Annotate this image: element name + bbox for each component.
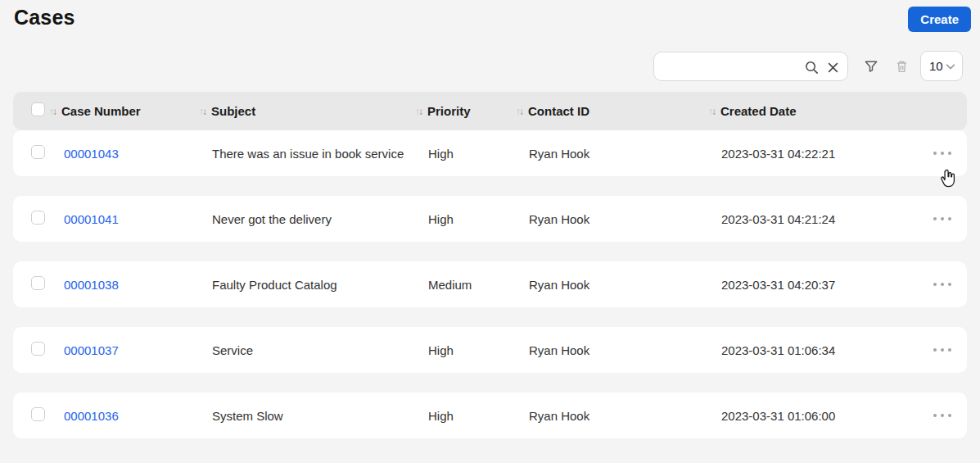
table-row: 00001043 There was an issue in book serv… [13, 130, 967, 176]
subject-cell: There was an issue in book service [199, 147, 415, 161]
filter-icon[interactable] [862, 57, 880, 75]
contact-id-cell: Ryan Hook [516, 278, 708, 292]
row-checkbox[interactable] [31, 342, 45, 356]
row-checkbox-cell [13, 276, 49, 293]
row-actions-menu-button[interactable] [928, 212, 956, 225]
row-actions-menu-button[interactable] [928, 147, 956, 160]
created-date-cell: 2023-03-31 04:21:24 [708, 212, 917, 226]
column-header[interactable]: Contact ID [516, 104, 708, 118]
page-title: Cases [14, 6, 75, 30]
column-header[interactable]: Case Number [49, 104, 199, 118]
sort-icon[interactable] [49, 107, 57, 116]
sort-icon[interactable] [516, 107, 524, 116]
table-header-row: Case Number Subject Priority Contact ID [13, 92, 967, 130]
table-row: 00001038 Faulty Product Catalog Medium R… [13, 261, 967, 307]
row-actions-menu-button[interactable] [928, 278, 956, 291]
row-checkbox[interactable] [31, 145, 45, 159]
menu-item[interactable]: Edit [0, 458, 980, 463]
row-checkbox[interactable] [31, 276, 45, 290]
column-header-label: Subject [211, 104, 255, 118]
search-input[interactable] [654, 52, 800, 80]
row-checkbox[interactable] [31, 407, 45, 421]
sort-icon[interactable] [415, 107, 423, 116]
chevron-down-icon [945, 61, 962, 72]
row-actions-cell [917, 278, 967, 291]
column-header-label: Case Number [61, 104, 141, 118]
case-number-link[interactable]: 00001036 [49, 409, 199, 423]
case-number-link[interactable]: 00001043 [49, 147, 199, 161]
subject-cell: Never got the delivery [199, 212, 415, 226]
row-checkbox[interactable] [31, 211, 45, 225]
row-checkbox-cell [13, 145, 49, 162]
table-row: 00001041 Never got the delivery High Rya… [13, 196, 967, 242]
created-date-cell: 2023-03-31 01:06:00 [708, 409, 917, 423]
header-checkbox-cell [13, 102, 49, 120]
topbar: Cases Create 10 [0, 0, 980, 92]
created-date-cell: 2023-03-31 04:20:37 [708, 278, 917, 292]
cases-table: Case Number Subject Priority Contact ID [13, 92, 967, 438]
contact-id-cell: Ryan Hook [516, 343, 708, 357]
trash-icon[interactable] [892, 57, 910, 75]
row-checkbox-cell [13, 342, 49, 359]
priority-cell: High [415, 147, 516, 161]
column-header[interactable]: Subject [199, 104, 415, 118]
column-header[interactable]: Created Date [708, 104, 917, 118]
table-row: 00001037 Service High Ryan Hook 2023-03-… [13, 327, 967, 373]
contact-id-cell: Ryan Hook [516, 212, 708, 226]
row-actions-cell [917, 409, 967, 422]
search-box [653, 52, 848, 81]
row-actions-menu-button[interactable] [928, 409, 956, 422]
priority-cell: High [415, 343, 516, 357]
priority-cell: High [415, 212, 516, 226]
page-size-value: 10 [921, 59, 943, 73]
search-icon[interactable] [802, 58, 820, 76]
column-header-label: Contact ID [528, 104, 589, 118]
subject-cell: System Slow [199, 409, 415, 423]
row-actions-menu-button[interactable] [928, 343, 956, 356]
contact-id-cell: Ryan Hook [516, 409, 708, 423]
clear-search-icon[interactable] [824, 58, 842, 76]
created-date-cell: 2023-03-31 01:06:34 [708, 343, 917, 357]
priority-cell: Medium [415, 278, 516, 292]
row-actions-cell [917, 343, 967, 356]
row-actions-cell [917, 212, 967, 225]
select-all-checkbox[interactable] [31, 102, 45, 116]
create-button[interactable]: Create [908, 7, 971, 32]
priority-cell: High [415, 409, 516, 423]
page-size-select[interactable]: 10 [920, 51, 963, 81]
table-row: 00001036 System Slow High Ryan Hook 2023… [13, 393, 967, 438]
column-header[interactable]: Priority [415, 104, 516, 118]
case-number-link[interactable]: 00001037 [49, 343, 199, 357]
column-header-label: Created Date [720, 104, 797, 118]
subject-cell: Faulty Product Catalog [199, 278, 415, 292]
case-number-link[interactable]: 00001038 [49, 278, 199, 292]
column-header-label: Priority [427, 104, 471, 118]
row-actions-cell [917, 147, 967, 160]
case-number-link[interactable]: 00001041 [49, 212, 199, 226]
row-checkbox-cell [13, 211, 49, 228]
sort-icon[interactable] [199, 107, 207, 116]
created-date-cell: 2023-03-31 04:22:21 [708, 147, 917, 161]
sort-icon[interactable] [708, 107, 716, 116]
contact-id-cell: Ryan Hook [516, 147, 708, 161]
row-checkbox-cell [13, 407, 49, 424]
subject-cell: Service [199, 343, 415, 357]
